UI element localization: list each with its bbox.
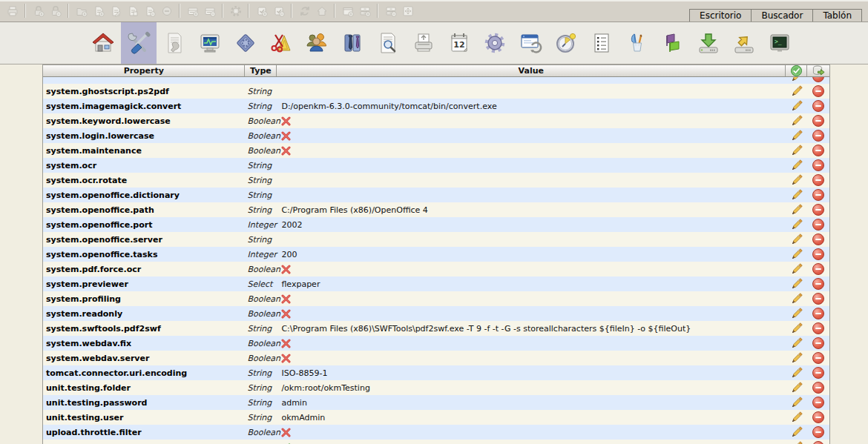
delete-button[interactable] (807, 77, 829, 82)
check-all-button[interactable] (786, 65, 807, 76)
lock-remove-icon (47, 4, 64, 18)
delete-button[interactable] (807, 278, 829, 290)
edit-button[interactable] (786, 426, 807, 438)
gear-icon[interactable] (477, 22, 513, 64)
tab-tablon[interactable]: Tablón (813, 9, 862, 21)
users-group-icon[interactable] (299, 22, 335, 64)
edit-button[interactable] (786, 352, 807, 364)
edit-button[interactable] (786, 263, 807, 275)
edit-button[interactable] (786, 308, 807, 319)
boolean-false-icon (277, 294, 786, 304)
tab-buscador[interactable]: Buscador (752, 9, 813, 21)
monitor-activity-icon[interactable] (192, 22, 228, 64)
edit-button[interactable] (786, 159, 807, 171)
property-cell: system.openoffice.tasks (43, 250, 245, 259)
terminal-icon[interactable]: >_ (762, 22, 798, 64)
minus-circle-icon (812, 115, 824, 127)
delete-button[interactable] (807, 263, 829, 275)
gear-icon (227, 4, 244, 18)
edit-button[interactable] (786, 145, 807, 156)
edit-button[interactable] (786, 248, 807, 260)
delete-button[interactable] (807, 100, 829, 112)
delete-button[interactable] (807, 382, 829, 394)
delete-button[interactable] (807, 204, 829, 216)
checklist-icon[interactable] (584, 22, 619, 64)
document-remove-icon (141, 4, 158, 18)
clock-icon[interactable] (548, 22, 584, 64)
table-row: system.webdav.server Boolean (43, 351, 829, 365)
printer-sheet-icon[interactable] (406, 22, 441, 64)
table-row: unit.testing.folder String /okm:root/okm… (43, 380, 829, 395)
table-row: system.openoffice.server String (43, 232, 829, 247)
report-magnifier-icon[interactable] (370, 22, 406, 64)
database-export-button[interactable] (807, 65, 829, 76)
delete-button[interactable] (807, 174, 829, 186)
type-cell: Boolean (245, 354, 277, 363)
value-cell: /okm:root/okmTesting (277, 383, 786, 393)
pen-cup-icon[interactable] (619, 22, 655, 64)
delete-button[interactable] (807, 219, 829, 231)
delete-button[interactable] (807, 189, 829, 201)
edit-button[interactable] (786, 174, 807, 186)
edit-button[interactable] (786, 337, 807, 349)
type-cell: String (245, 383, 277, 393)
edit-button[interactable] (786, 189, 807, 201)
edit-button[interactable] (786, 204, 807, 216)
delete-button[interactable] (807, 159, 829, 171)
house-icon[interactable] (85, 22, 121, 64)
edit-button[interactable] (786, 233, 807, 245)
value-cell: 200 (277, 250, 786, 259)
delete-button[interactable] (807, 130, 829, 142)
document-wrench-icon[interactable] (157, 22, 192, 64)
edit-button[interactable] (786, 219, 807, 231)
value-cell: flexpaper (277, 279, 786, 289)
delete-button[interactable] (807, 308, 829, 319)
delete-button[interactable] (807, 397, 829, 408)
tools-icon[interactable] (121, 22, 157, 64)
delete-button[interactable] (807, 426, 829, 438)
window-refresh-icon[interactable] (513, 22, 548, 64)
drive-import-icon[interactable] (691, 22, 726, 64)
calendar-icon[interactable]: 12 (441, 22, 477, 64)
table-row: tomcat.connector.uri.encoding String ISO… (43, 365, 829, 380)
edit-button[interactable] (786, 322, 807, 334)
delete-button[interactable] (807, 337, 829, 349)
edit-button[interactable] (786, 278, 807, 290)
edit-button[interactable] (786, 115, 807, 127)
delete-button[interactable] (807, 352, 829, 364)
minus-circle-icon (812, 263, 824, 275)
delete-button[interactable] (807, 322, 829, 334)
edit-button[interactable] (786, 441, 807, 444)
scissors-ruler-icon[interactable] (263, 22, 299, 64)
flags-icon[interactable] (655, 22, 691, 64)
tab-escritorio[interactable]: Escritorio (689, 9, 752, 21)
edit-button[interactable] (786, 367, 807, 379)
plugin-diamond-icon[interactable] (228, 22, 263, 64)
table-row: system.swftools.pdf2swf String C:\Progra… (43, 321, 829, 336)
toolbar-separator (334, 4, 335, 18)
wardrobe-ties-icon[interactable] (335, 22, 370, 64)
toolbar-separator (179, 4, 180, 18)
delete-button[interactable] (807, 115, 829, 127)
delete-button[interactable] (807, 411, 829, 423)
edit-button[interactable] (786, 397, 807, 408)
value-cell: D:/openkm-6.3.0-community/tomcat/bin/con… (277, 102, 786, 111)
edit-button[interactable] (786, 411, 807, 423)
delete-button[interactable] (807, 85, 829, 97)
edit-button[interactable] (786, 293, 807, 305)
delete-button[interactable] (807, 145, 829, 156)
edit-button[interactable] (786, 85, 807, 97)
edit-button[interactable] (786, 100, 807, 112)
edit-button[interactable] (786, 130, 807, 142)
delete-button[interactable] (807, 367, 829, 379)
minus-circle-icon (812, 219, 824, 231)
delete-button[interactable] (807, 248, 829, 260)
type-cell: Integer (245, 220, 277, 230)
edit-button[interactable] (786, 382, 807, 394)
delete-button[interactable] (807, 293, 829, 305)
property-cell: unit.testing.user (43, 413, 245, 423)
delete-button[interactable] (807, 441, 829, 444)
edit-button[interactable] (786, 77, 807, 82)
delete-button[interactable] (807, 233, 829, 245)
drive-export-icon[interactable] (726, 22, 762, 64)
